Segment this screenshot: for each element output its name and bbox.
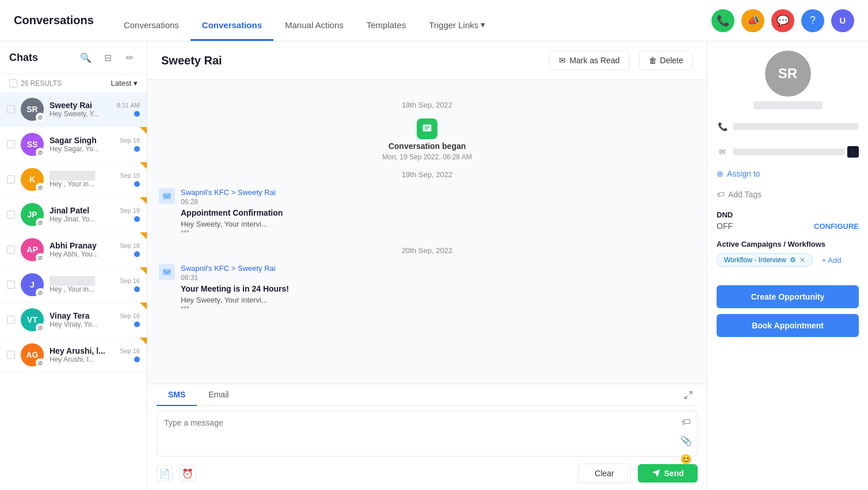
tab-conversations[interactable]: Conversations (112, 20, 191, 41)
avatar: SR (21, 98, 44, 121)
results-count: 26 RESULTS (9, 79, 62, 87)
chat-button[interactable]: 💬 (771, 9, 794, 32)
emoji-icon[interactable]: 😊 (679, 452, 693, 466)
chat-time: Sep 18 (120, 242, 140, 249)
tag-icon[interactable]: 🏷 (679, 415, 693, 429)
chat-checkbox[interactable] (7, 281, 15, 289)
chat-item-jinal-patel[interactable]: JP Jinal Patel Sep 19 Hey Jinal, Yo... (0, 197, 147, 232)
expand-icon[interactable] (679, 384, 698, 405)
email-badge (36, 253, 45, 262)
configure-button[interactable]: CONFIGURE (814, 222, 859, 231)
email-type-badge (847, 146, 859, 158)
create-opportunity-button[interactable]: Create Opportunity (717, 285, 859, 308)
phone-info-row: 📞 (717, 118, 859, 135)
chat-name: Vinay Tera (50, 311, 90, 320)
composer-footer-icons: 📄 ⏰ (157, 465, 196, 481)
add-workflow-button[interactable]: + Add (822, 256, 842, 265)
chat-preview-text: Hey , Your in... (50, 285, 94, 293)
chat-checkbox[interactable] (7, 316, 15, 324)
tab-templates[interactable]: Templates (355, 20, 417, 41)
message-preview-1: Hey Sweety, Your intervi... (181, 220, 695, 228)
chat-time: Sep 19 (120, 207, 140, 214)
tab-conversations-active[interactable]: Conversations (191, 20, 273, 41)
remove-workflow-button[interactable]: ✕ (800, 256, 805, 264)
chat-item-sweety-rai[interactable]: SR Sweety Rai 8:31 AM Hey Sweety, Y... (0, 92, 147, 127)
chat-info: ████████ Sep 16 Hey , Your in... (50, 276, 140, 293)
sidebar: Chats 🔍 ⊟ ✏ 26 RESULTS Latest ▾ SR (0, 41, 147, 490)
priority-triangle (140, 162, 147, 169)
assign-to[interactable]: ⊕ Assign to (717, 169, 859, 178)
user-avatar[interactable]: U (831, 9, 854, 32)
chat-preview-text: Hey Jinal, Yo... (50, 215, 95, 223)
svg-rect-1 (163, 193, 170, 200)
unread-dot (134, 111, 140, 117)
megaphone-button[interactable]: 📣 (741, 9, 764, 32)
chat-info: Jinal Patel Sep 19 Hey Jinal, Yo... (50, 206, 140, 223)
priority-triangle (140, 338, 147, 344)
chat-item-arushi[interactable]: AG Hey Arushi, l... Sep 16 Hey Arushi, I… (0, 338, 147, 373)
tag-icon: 🏷 (717, 190, 725, 199)
nav-right: 📞 📣 💬 ? U (711, 9, 854, 32)
schedule-icon[interactable]: ⏰ (180, 465, 196, 481)
add-tags-label[interactable]: Add Tags (728, 190, 762, 199)
composer-footer-actions: Clear Send (578, 464, 698, 483)
unread-dot (134, 146, 140, 152)
send-button[interactable]: Send (638, 464, 698, 483)
chat-item-j[interactable]: J ████████ Sep 16 Hey , Your in... (0, 267, 147, 303)
tab-trigger-links[interactable]: Trigger Links ▾ (417, 20, 497, 41)
chat-preview-text: Hey , Your in... (50, 180, 94, 188)
chat-checkbox[interactable] (7, 246, 15, 254)
chat-preview-text: Hey Arushi, I... (50, 355, 94, 363)
contact-name-blurred (753, 101, 823, 109)
email-badge (36, 358, 45, 368)
compose-icon[interactable]: ✏ (121, 49, 138, 66)
chat-item-vinay-tera[interactable]: VT Vinay Tera Sep 16 Hey Vinay, Yo... (0, 303, 147, 338)
chat-checkbox[interactable] (7, 105, 15, 113)
delete-button[interactable]: 🗑 Delete (639, 51, 693, 70)
envelope-icon: ✉ (559, 56, 566, 65)
chat-checkbox[interactable] (7, 175, 15, 183)
chat-time: Sep 16 (120, 347, 140, 354)
template-icon[interactable]: 📄 (157, 465, 173, 481)
chat-item-k[interactable]: K ████████ Sep 19 Hey , Your in... (0, 162, 147, 197)
conversation-began-time: Mon, 19 Sep 2022, 06:28 AM (382, 153, 471, 161)
chat-info: Sweety Rai 8:31 AM Hey Sweety, Y... (50, 101, 140, 118)
chat-preview-text: Hey Sweety, Y... (50, 110, 99, 118)
filter-icon[interactable]: ⊟ (100, 49, 116, 66)
help-button[interactable]: ? (801, 9, 824, 32)
avatar: AP (21, 238, 44, 261)
clear-button[interactable]: Clear (578, 464, 630, 483)
chat-checkbox[interactable] (7, 140, 15, 148)
chat-area: Sweety Rai ✉ Mark as Read 🗑 Delete 19th … (147, 41, 707, 490)
phone-icon: 📞 (717, 121, 728, 132)
tab-email[interactable]: Email (197, 384, 240, 406)
sidebar-title: Chats (9, 52, 38, 64)
unread-dot (134, 181, 140, 187)
dnd-value: OFF (717, 221, 733, 231)
dnd-label: DND (717, 210, 733, 219)
message-ellipsis-1: *** (181, 228, 695, 237)
chat-item-sagar-singh[interactable]: SS Sagar Singh Sep 19 Hey Sagar, Yo... (0, 127, 147, 162)
search-icon[interactable]: 🔍 (78, 49, 94, 66)
phone-button[interactable]: 📞 (711, 9, 734, 32)
sidebar-icon-group: 🔍 ⊟ ✏ (78, 49, 138, 66)
message-input[interactable] (157, 411, 698, 457)
tab-sms[interactable]: SMS (157, 384, 197, 406)
chat-item-abhi-pranay[interactable]: AP Abhi Pranay Sep 18 Hey Abhi, You... (0, 232, 147, 267)
chat-preview-text: Hey Sagar, Yo... (50, 145, 99, 153)
chevron-down-icon: ▾ (134, 79, 138, 87)
chat-checkbox[interactable] (7, 351, 15, 359)
tab-manual-actions[interactable]: Manual Actions (273, 20, 355, 41)
mark-as-read-button[interactable]: ✉ Mark as Read (549, 51, 629, 70)
sort-selector[interactable]: Latest ▾ (111, 79, 138, 87)
select-all-checkbox[interactable] (9, 79, 17, 87)
attachment-icon[interactable]: 📎 (679, 434, 693, 447)
chat-list: SR Sweety Rai 8:31 AM Hey Sweety, Y... (0, 92, 147, 490)
conversation-began-icon (417, 118, 437, 139)
date-divider-1: 19th Sep, 2022 (159, 101, 695, 109)
settings-icon: ⚙ (790, 256, 796, 264)
book-appointment-button[interactable]: Book Appointment (717, 314, 859, 337)
chat-checkbox[interactable] (7, 210, 15, 219)
plus-icon: ⊕ (717, 169, 724, 178)
composer-side-icons: 🏷 📎 😊 (679, 415, 693, 466)
